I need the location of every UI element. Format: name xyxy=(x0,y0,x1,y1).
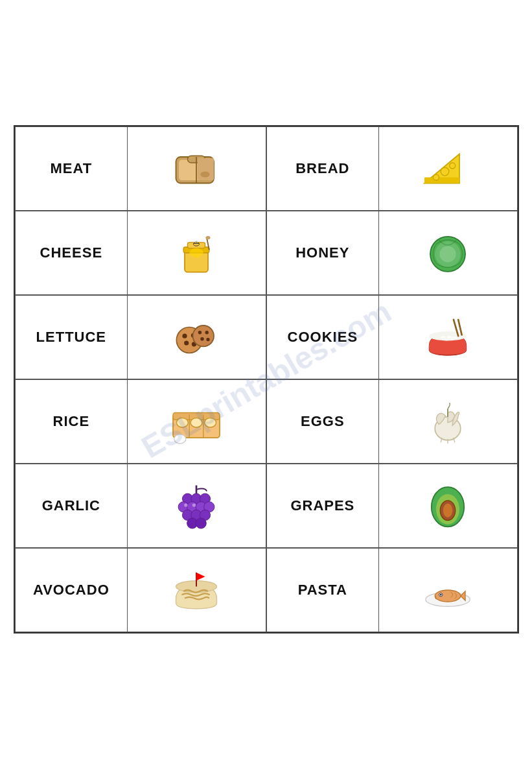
card-lettuce-image xyxy=(128,296,265,379)
svg-point-15 xyxy=(194,242,200,245)
card-eggs: EGGS xyxy=(266,379,518,464)
svg-point-44 xyxy=(177,418,189,427)
svg-point-24 xyxy=(183,333,187,338)
card-meat: MEAT xyxy=(15,126,266,211)
svg-point-28 xyxy=(193,326,214,346)
svg-marker-77 xyxy=(196,573,205,581)
card-cheese: CHEESE xyxy=(15,211,266,295)
card-honey: HONEY xyxy=(266,211,518,295)
card-grapes-label: GRAPES xyxy=(267,464,380,547)
svg-point-21 xyxy=(440,246,456,262)
card-lettuce-label: LETTUCE xyxy=(16,296,128,379)
card-cookies-label: COOKIES xyxy=(267,296,380,379)
card-bread: BREAD xyxy=(266,126,518,211)
card-cheese-label: CHEESE xyxy=(16,211,128,294)
svg-point-39 xyxy=(451,337,454,340)
card-garlic-image xyxy=(128,464,265,547)
svg-point-26 xyxy=(184,340,189,345)
card-meat-label: MEAT xyxy=(16,127,128,210)
svg-point-5 xyxy=(201,171,210,177)
svg-point-30 xyxy=(205,331,209,334)
svg-point-45 xyxy=(191,418,202,427)
card-avocado-image xyxy=(128,549,265,632)
svg-point-32 xyxy=(207,337,210,340)
svg-point-83 xyxy=(440,593,442,595)
svg-point-46 xyxy=(205,418,216,427)
card-avocado: AVOCADO xyxy=(15,548,266,632)
card-bread-image xyxy=(379,127,516,210)
svg-point-18 xyxy=(206,235,211,239)
card-pasta-label: PASTA xyxy=(267,549,380,632)
svg-point-35 xyxy=(441,336,446,338)
svg-point-10 xyxy=(450,163,456,169)
card-cookies-image xyxy=(379,296,516,379)
page: ESLprintables.com MEAT BREAD xyxy=(14,112,519,646)
card-pasta: PASTA xyxy=(266,548,518,632)
svg-point-31 xyxy=(201,337,204,340)
svg-point-14 xyxy=(190,248,204,257)
card-bread-label: BREAD xyxy=(267,127,380,210)
svg-point-36 xyxy=(447,336,452,338)
svg-point-9 xyxy=(434,174,439,180)
card-garlic: GARLIC xyxy=(15,464,266,548)
svg-point-73 xyxy=(443,503,452,517)
svg-point-68 xyxy=(184,503,187,506)
food-grid: MEAT BREAD xyxy=(14,125,519,634)
card-eggs-image xyxy=(379,380,516,463)
card-rice-image xyxy=(128,380,265,463)
svg-point-67 xyxy=(196,517,206,528)
card-honey-label: HONEY xyxy=(267,211,380,294)
card-grapes: GRAPES xyxy=(266,464,518,548)
card-lettuce: LETTUCE xyxy=(15,295,266,379)
svg-point-29 xyxy=(198,331,202,334)
svg-point-38 xyxy=(444,338,448,340)
svg-marker-7 xyxy=(424,177,459,183)
card-avocado-label: AVOCADO xyxy=(16,549,128,632)
card-cheese-image xyxy=(128,211,265,294)
card-garlic-label: GARLIC xyxy=(16,464,128,547)
card-pasta-image xyxy=(379,549,516,632)
card-rice: RICE xyxy=(15,379,266,464)
card-rice-label: RICE xyxy=(16,380,128,463)
svg-point-49 xyxy=(174,434,186,443)
svg-point-8 xyxy=(441,167,450,176)
card-grapes-image xyxy=(379,464,516,547)
card-cookies: COOKIES xyxy=(266,295,518,379)
svg-point-69 xyxy=(192,503,196,506)
card-meat-image xyxy=(128,127,265,210)
card-eggs-label: EGGS xyxy=(267,380,380,463)
card-honey-image xyxy=(379,211,516,294)
